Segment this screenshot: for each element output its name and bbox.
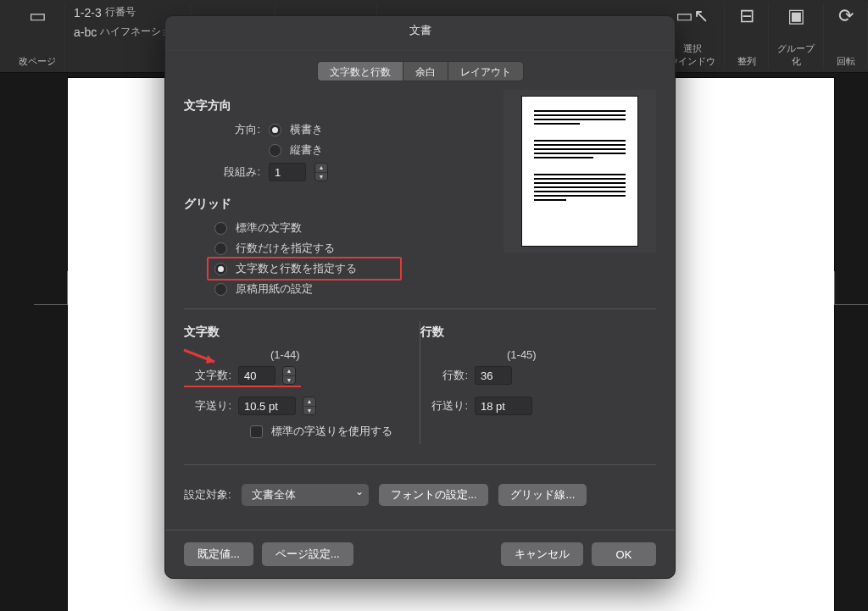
char-pitch-input[interactable] xyxy=(238,397,296,415)
radio-chars-lines-label: 文字数と行数を指定する xyxy=(236,261,357,276)
lines-count-label: 行数: xyxy=(420,368,468,383)
apply-to-dropdown[interactable]: 文書全体 xyxy=(242,484,369,506)
columns-input[interactable] xyxy=(269,163,306,181)
document-setup-dialog: 文書 文字数と行数 余白 レイアウト 文字方向 方向: 横書き 縦書き xyxy=(164,15,676,579)
align-icon: ⊟ xyxy=(739,5,754,39)
group-label: グループ 化 xyxy=(777,42,815,68)
selection-pane-icon: ▭↖ xyxy=(676,5,709,39)
radio-horizontal[interactable] xyxy=(269,124,281,136)
tab-margins[interactable]: 余白 xyxy=(403,61,448,81)
annotation-red-underline xyxy=(184,386,301,387)
radio-standard-chars[interactable] xyxy=(214,222,227,235)
chevron-up-icon[interactable]: ▲ xyxy=(283,367,295,376)
radio-lines-only-label: 行数だけを指定する xyxy=(236,241,335,256)
font-settings-button[interactable]: フォントの設定... xyxy=(379,484,489,506)
radio-genkou[interactable] xyxy=(214,283,227,296)
use-default-pitch-checkbox[interactable] xyxy=(250,425,263,438)
crop-mark-right xyxy=(834,271,868,305)
page-break-label: 改ページ xyxy=(19,55,56,68)
ribbon-align[interactable]: ⊟ 整列 xyxy=(725,3,769,69)
section-divider xyxy=(184,308,656,309)
tab-chars-lines[interactable]: 文字数と行数 xyxy=(317,61,403,81)
radio-genkou-label: 原稿用紙の設定 xyxy=(236,281,313,297)
ribbon-rotate[interactable]: ⟳ 回転 xyxy=(824,3,868,69)
line-number-label: 行番号 xyxy=(105,5,136,19)
chevron-up-icon[interactable]: ▲ xyxy=(303,397,315,407)
ribbon-page-break[interactable]: ▭ 改ページ xyxy=(10,3,65,69)
radio-horizontal-label: 横書き xyxy=(290,122,323,137)
selection-label: 選択 ウインドウ xyxy=(669,42,715,68)
align-label: 整列 xyxy=(737,55,756,68)
lines-column: 行数 (1-45) 行数: 行送り: xyxy=(420,321,656,444)
radio-vertical-label: 縦書き xyxy=(290,142,323,158)
page-break-icon: ▭ xyxy=(29,5,47,39)
char-pitch-stepper[interactable]: ▲▼ xyxy=(303,397,316,415)
rotate-label: 回転 xyxy=(837,55,855,68)
section-chars: 文字数 xyxy=(184,325,409,340)
line-pitch-label: 行送り: xyxy=(420,398,468,414)
columns-label: 段組み: xyxy=(201,164,260,180)
chars-count-stepper[interactable]: ▲▼ xyxy=(282,366,296,385)
section-divider-2 xyxy=(184,464,656,465)
lines-count-input[interactable] xyxy=(475,366,512,385)
line-number-icon: 1-2-3 xyxy=(74,6,102,19)
columns-stepper[interactable]: ▲▼ xyxy=(314,163,328,181)
radio-standard-chars-label: 標準の文字数 xyxy=(236,220,302,236)
use-default-pitch-label: 標準の字送りを使用する xyxy=(271,424,392,439)
cancel-button[interactable]: キャンセル xyxy=(501,542,583,566)
apply-to-value: 文書全体 xyxy=(252,487,296,503)
radio-lines-only[interactable] xyxy=(214,242,227,255)
chars-count-label: 文字数: xyxy=(184,368,231,383)
chevron-down-icon[interactable]: ▼ xyxy=(315,173,327,181)
lines-range: (1-45) xyxy=(420,348,646,361)
group-icon: ▣ xyxy=(787,5,805,39)
char-pitch-label: 字送り: xyxy=(184,398,231,414)
chevron-up-icon[interactable]: ▲ xyxy=(315,164,327,173)
tab-layout[interactable]: レイアウト xyxy=(448,61,524,81)
page-setup-button[interactable]: ページ設定... xyxy=(262,542,353,566)
ok-button[interactable]: OK xyxy=(592,542,656,566)
dialog-footer: 既定値... ページ設定... キャンセル OK xyxy=(165,530,675,578)
crop-mark-left xyxy=(34,271,68,305)
section-lines: 行数 xyxy=(420,325,646,340)
ribbon-group-btn[interactable]: ▣ グループ 化 xyxy=(769,3,824,69)
hyphenation-icon: a-bc xyxy=(74,25,97,39)
rotate-icon: ⟳ xyxy=(838,5,854,39)
chars-range: (1-44) xyxy=(184,348,409,361)
defaults-button[interactable]: 既定値... xyxy=(184,542,253,566)
direction-label: 方向: xyxy=(201,122,260,137)
dialog-tabs: 文字数と行数 余白 レイアウト xyxy=(165,61,675,81)
chars-count-input[interactable] xyxy=(238,366,275,385)
dialog-content: 文字方向 方向: 横書き 縦書き 段組み: ▲▼ グリッド 標準の文字数 行数だ… xyxy=(165,90,675,530)
dialog-title: 文書 xyxy=(165,16,675,51)
radio-chars-lines[interactable] xyxy=(214,263,227,275)
line-pitch-input[interactable] xyxy=(475,397,532,415)
radio-vertical[interactable] xyxy=(269,144,281,157)
apply-to-label: 設定対象: xyxy=(184,487,231,503)
chars-column: 文字数 (1-44) 文字数: ▲▼ 字送り: ▲▼ 標準の字送りを使用する xyxy=(184,321,420,444)
grid-lines-button[interactable]: グリッド線... xyxy=(498,484,587,506)
chevron-down-icon[interactable]: ▼ xyxy=(303,407,315,415)
chevron-down-icon[interactable]: ▼ xyxy=(283,376,295,385)
